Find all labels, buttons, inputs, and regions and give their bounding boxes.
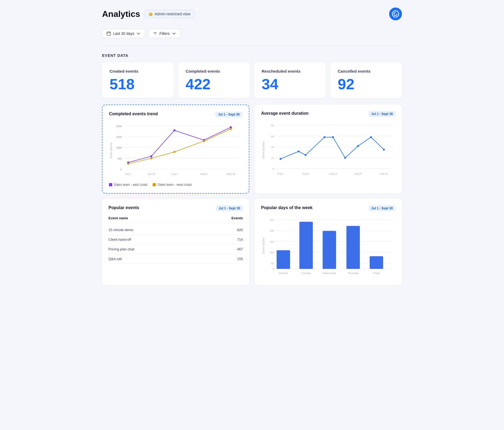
- completed-trend-date-badge: Jul 1 - Sept 30: [215, 112, 242, 117]
- rescheduled-events-label: Rescheduled events: [262, 69, 318, 73]
- legend-east-coast-dot: [109, 183, 112, 186]
- app-logo: [389, 8, 402, 20]
- svg-point-26: [203, 140, 205, 142]
- svg-point-52: [383, 149, 385, 151]
- svg-text:150: 150: [270, 240, 274, 243]
- table-row: Client hand-off 714: [108, 235, 243, 244]
- svg-text:Wednesday: Wednesday: [322, 272, 336, 275]
- svg-text:Tuesday: Tuesday: [301, 272, 311, 275]
- svg-point-22: [230, 126, 232, 128]
- avg-duration-date-badge: Jul 1 - Sept 30: [368, 111, 396, 117]
- col-events-count: Events: [231, 216, 243, 220]
- svg-text:Sept 5: Sept 5: [200, 172, 208, 175]
- completed-events-card: Completed events 422: [178, 62, 250, 98]
- created-events-label: Created events: [110, 69, 166, 73]
- event-count-1: 714: [237, 238, 243, 242]
- page-header: Analytics 👑 Admin-restricted view: [102, 8, 402, 20]
- svg-text:1000: 1000: [116, 146, 122, 149]
- svg-text:100: 100: [270, 251, 274, 254]
- svg-rect-66: [277, 250, 290, 269]
- legend-east-coast: Sales team - east coast: [109, 183, 147, 187]
- admin-badge-text: Admin-restricted view: [155, 12, 190, 16]
- popular-events-date-badge: Jul 1 - Sept 30: [216, 205, 243, 211]
- popular-days-date-badge: Jul 1 - Sept 30: [368, 205, 396, 211]
- header-left: Analytics 👑 Admin-restricted view: [102, 9, 194, 19]
- filter-icon: [153, 31, 157, 36]
- avg-duration-header: Average event duration Jul 1 - Sept 30: [261, 111, 396, 117]
- svg-text:Aug 26: Aug 26: [380, 172, 388, 175]
- svg-point-19: [150, 155, 152, 157]
- event-name-0: 15 minute demo: [108, 228, 133, 232]
- created-events-card: Created events 518: [102, 62, 174, 98]
- svg-text:Aug 1: Aug 1: [171, 172, 178, 175]
- svg-rect-67: [299, 222, 313, 269]
- legend-west-coast: Sales team - west coast: [153, 183, 191, 187]
- event-count-2: 467: [237, 247, 243, 251]
- svg-text:20: 20: [271, 157, 274, 160]
- svg-text:Aug 14: Aug 14: [329, 172, 337, 175]
- table-row: 15 minute demo 820: [108, 225, 243, 235]
- date-range-button[interactable]: Last 30 days: [102, 29, 145, 38]
- charts-row: Completed events trend Jul 1 - Sept 30 2…: [102, 105, 402, 194]
- svg-text:60: 60: [271, 135, 274, 138]
- svg-point-27: [230, 128, 232, 130]
- svg-text:0: 0: [121, 168, 122, 171]
- event-count-0: 820: [237, 228, 243, 232]
- stat-cards-row: Created events 518 Completed events 422 …: [102, 62, 402, 98]
- svg-point-44: [280, 158, 281, 160]
- completed-trend-header: Completed events trend Jul 1 - Sept 30: [109, 112, 242, 117]
- svg-point-50: [357, 145, 359, 147]
- event-name-1: Client hand-off: [108, 238, 131, 242]
- completed-events-value: 422: [186, 77, 242, 92]
- cancelled-events-label: Cancelled events: [338, 69, 394, 73]
- svg-text:0: 0: [273, 268, 274, 270]
- avg-duration-chart: 80 60 40 20 0 Event Duration Aug 2 Aug 8…: [261, 122, 396, 178]
- popular-events-header: Popular events Jul 1 - Sept 30: [108, 205, 243, 211]
- svg-point-48: [332, 136, 334, 138]
- page-title: Analytics: [102, 9, 140, 19]
- chevron-down-icon-filters: [172, 31, 176, 36]
- svg-text:200: 200: [270, 229, 274, 232]
- svg-rect-1: [107, 32, 111, 35]
- svg-text:500: 500: [118, 157, 122, 160]
- svg-text:Monday: Monday: [279, 272, 288, 275]
- svg-point-25: [173, 151, 175, 153]
- event-count-3: 155: [237, 257, 243, 261]
- svg-point-47: [324, 136, 325, 138]
- section-divider: [102, 46, 402, 46]
- event-name-2: Pricing plan chat: [108, 247, 134, 251]
- legend-east-coast-label: Sales team - east coast: [114, 183, 147, 187]
- event-data-section-label: EVENT DATA: [102, 53, 402, 58]
- svg-text:Thursday: Thursday: [348, 272, 359, 275]
- svg-point-51: [370, 136, 372, 138]
- created-events-value: 518: [110, 77, 166, 92]
- svg-text:Sept 26: Sept 26: [226, 172, 235, 175]
- svg-point-23: [127, 163, 129, 165]
- svg-text:250: 250: [270, 218, 274, 221]
- svg-text:Aug 8: Aug 8: [302, 172, 309, 175]
- popular-events-table-header: Event name Events: [108, 216, 243, 223]
- filters-bar: Last 30 days Filters: [102, 29, 402, 38]
- svg-text:Friday: Friday: [373, 272, 380, 275]
- svg-point-45: [298, 150, 300, 152]
- svg-text:Aug 2: Aug 2: [277, 172, 284, 175]
- popular-events-title: Popular events: [108, 205, 139, 210]
- legend-west-coast-label: Sales team - west coast: [157, 183, 191, 187]
- crown-icon: 👑: [148, 12, 153, 16]
- popular-events-card: Popular events Jul 1 - Sept 30 Event nam…: [102, 199, 249, 285]
- table-row: Q&A call 155: [108, 254, 243, 264]
- svg-text:July 25: July 25: [147, 172, 155, 175]
- svg-point-49: [344, 157, 346, 159]
- svg-rect-69: [347, 226, 360, 269]
- svg-text:July 1: July 1: [125, 172, 131, 175]
- svg-point-46: [305, 154, 307, 156]
- date-range-label: Last 30 days: [113, 31, 134, 36]
- svg-text:Event Volume: Event Volume: [262, 238, 265, 254]
- svg-rect-70: [370, 256, 383, 269]
- cancelled-events-value: 92: [338, 77, 394, 92]
- rescheduled-events-value: 34: [262, 77, 318, 92]
- filters-button[interactable]: Filters: [148, 29, 180, 38]
- popular-days-header: Popular days of the week Jul 1 - Sept 30: [261, 205, 396, 211]
- svg-text:Event Duration: Event Duration: [262, 141, 265, 158]
- completed-events-label: Completed events: [186, 69, 242, 73]
